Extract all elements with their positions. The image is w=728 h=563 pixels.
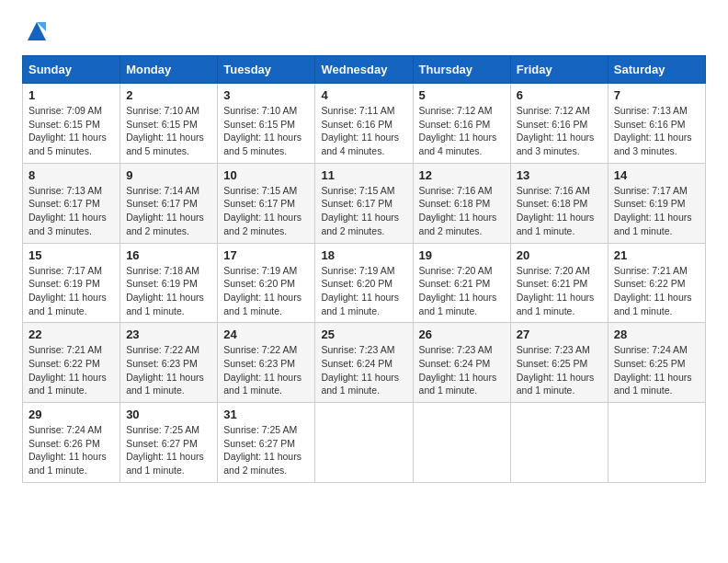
calendar-cell: 28 Sunrise: 7:24 AM Sunset: 6:25 PM Dayl…	[608, 323, 705, 403]
day-info: Sunrise: 7:25 AM Sunset: 6:27 PM Dayligh…	[126, 423, 211, 477]
day-number: 18	[321, 248, 406, 262]
calendar-cell: 17 Sunrise: 7:19 AM Sunset: 6:20 PM Dayl…	[218, 243, 315, 323]
day-info: Sunrise: 7:14 AM Sunset: 6:17 PM Dayligh…	[126, 184, 211, 238]
day-number: 21	[614, 248, 700, 262]
day-number: 9	[126, 168, 211, 182]
day-info: Sunrise: 7:21 AM Sunset: 6:22 PM Dayligh…	[614, 264, 700, 318]
day-number: 10	[223, 168, 309, 182]
day-info: Sunrise: 7:22 AM Sunset: 6:23 PM Dayligh…	[126, 343, 211, 397]
calendar-cell: 4 Sunrise: 7:11 AM Sunset: 6:16 PM Dayli…	[315, 84, 413, 164]
day-number: 1	[28, 88, 114, 102]
calendar-cell: 13 Sunrise: 7:16 AM Sunset: 6:18 PM Dayl…	[510, 163, 608, 243]
calendar-week-2: 8 Sunrise: 7:13 AM Sunset: 6:17 PM Dayli…	[23, 163, 706, 243]
day-number: 31	[223, 408, 309, 421]
day-info: Sunrise: 7:10 AM Sunset: 6:15 PM Dayligh…	[223, 104, 309, 158]
day-number: 29	[28, 408, 114, 421]
calendar-cell: 30 Sunrise: 7:25 AM Sunset: 6:27 PM Dayl…	[120, 403, 218, 483]
day-info: Sunrise: 7:16 AM Sunset: 6:18 PM Dayligh…	[419, 184, 505, 238]
calendar-cell: 29 Sunrise: 7:24 AM Sunset: 6:26 PM Dayl…	[23, 403, 120, 483]
calendar-cell: 2 Sunrise: 7:10 AM Sunset: 6:15 PM Dayli…	[120, 84, 218, 164]
calendar-cell: 1 Sunrise: 7:09 AM Sunset: 6:15 PM Dayli…	[23, 84, 120, 164]
day-number: 25	[321, 327, 406, 341]
dow-header-saturday: Saturday	[608, 56, 705, 84]
day-info: Sunrise: 7:17 AM Sunset: 6:19 PM Dayligh…	[614, 184, 700, 238]
calendar-cell	[608, 403, 705, 483]
day-info: Sunrise: 7:21 AM Sunset: 6:22 PM Dayligh…	[28, 343, 114, 397]
calendar-week-4: 22 Sunrise: 7:21 AM Sunset: 6:22 PM Dayl…	[23, 323, 706, 403]
calendar-cell: 3 Sunrise: 7:10 AM Sunset: 6:15 PM Dayli…	[218, 84, 315, 164]
calendar-cell: 5 Sunrise: 7:12 AM Sunset: 6:16 PM Dayli…	[413, 84, 510, 164]
day-info: Sunrise: 7:20 AM Sunset: 6:21 PM Dayligh…	[419, 264, 505, 318]
day-info: Sunrise: 7:19 AM Sunset: 6:20 PM Dayligh…	[223, 264, 309, 318]
day-info: Sunrise: 7:23 AM Sunset: 6:24 PM Dayligh…	[419, 343, 505, 397]
calendar-cell: 10 Sunrise: 7:15 AM Sunset: 6:17 PM Dayl…	[218, 163, 315, 243]
day-number: 24	[223, 327, 309, 341]
day-number: 26	[419, 327, 505, 341]
calendar-cell: 24 Sunrise: 7:22 AM Sunset: 6:23 PM Dayl…	[218, 323, 315, 403]
day-number: 22	[28, 327, 114, 341]
day-info: Sunrise: 7:12 AM Sunset: 6:16 PM Dayligh…	[517, 104, 602, 158]
day-number: 5	[419, 88, 505, 102]
calendar-cell: 22 Sunrise: 7:21 AM Sunset: 6:22 PM Dayl…	[23, 323, 120, 403]
calendar-cell: 14 Sunrise: 7:17 AM Sunset: 6:19 PM Dayl…	[608, 163, 705, 243]
calendar-cell: 25 Sunrise: 7:23 AM Sunset: 6:24 PM Dayl…	[315, 323, 413, 403]
day-info: Sunrise: 7:23 AM Sunset: 6:25 PM Dayligh…	[517, 343, 602, 397]
calendar-cell: 8 Sunrise: 7:13 AM Sunset: 6:17 PM Dayli…	[23, 163, 120, 243]
calendar-cell: 18 Sunrise: 7:19 AM Sunset: 6:20 PM Dayl…	[315, 243, 413, 323]
calendar-cell: 15 Sunrise: 7:17 AM Sunset: 6:19 PM Dayl…	[23, 243, 120, 323]
day-number: 4	[321, 88, 406, 102]
calendar-cell: 27 Sunrise: 7:23 AM Sunset: 6:25 PM Dayl…	[510, 323, 608, 403]
dow-header-tuesday: Tuesday	[218, 56, 315, 84]
day-info: Sunrise: 7:24 AM Sunset: 6:25 PM Dayligh…	[614, 343, 700, 397]
calendar-table: SundayMondayTuesdayWednesdayThursdayFrid…	[22, 55, 706, 483]
calendar-week-1: 1 Sunrise: 7:09 AM Sunset: 6:15 PM Dayli…	[23, 84, 706, 164]
day-number: 27	[517, 327, 602, 341]
day-info: Sunrise: 7:22 AM Sunset: 6:23 PM Dayligh…	[223, 343, 309, 397]
calendar-cell	[510, 403, 608, 483]
calendar-cell: 31 Sunrise: 7:25 AM Sunset: 6:27 PM Dayl…	[218, 403, 315, 483]
header	[22, 18, 706, 44]
day-number: 3	[223, 88, 309, 102]
calendar-cell	[413, 403, 510, 483]
calendar-cell: 21 Sunrise: 7:21 AM Sunset: 6:22 PM Dayl…	[608, 243, 705, 323]
day-info: Sunrise: 7:11 AM Sunset: 6:16 PM Dayligh…	[321, 104, 406, 158]
day-number: 16	[126, 248, 211, 262]
calendar-cell: 23 Sunrise: 7:22 AM Sunset: 6:23 PM Dayl…	[120, 323, 218, 403]
day-number: 12	[419, 168, 505, 182]
calendar-cell: 12 Sunrise: 7:16 AM Sunset: 6:18 PM Dayl…	[413, 163, 510, 243]
day-info: Sunrise: 7:23 AM Sunset: 6:24 PM Dayligh…	[321, 343, 406, 397]
day-number: 2	[126, 88, 211, 102]
day-number: 19	[419, 248, 505, 262]
day-info: Sunrise: 7:13 AM Sunset: 6:17 PM Dayligh…	[28, 184, 114, 238]
day-number: 7	[614, 88, 700, 102]
dow-header-wednesday: Wednesday	[315, 56, 413, 84]
day-number: 6	[517, 88, 602, 102]
calendar-cell: 11 Sunrise: 7:15 AM Sunset: 6:17 PM Dayl…	[315, 163, 413, 243]
day-info: Sunrise: 7:20 AM Sunset: 6:21 PM Dayligh…	[517, 264, 602, 318]
day-number: 28	[614, 327, 700, 341]
day-info: Sunrise: 7:10 AM Sunset: 6:15 PM Dayligh…	[126, 104, 211, 158]
logo	[22, 18, 50, 44]
day-number: 14	[614, 168, 700, 182]
calendar-week-3: 15 Sunrise: 7:17 AM Sunset: 6:19 PM Dayl…	[23, 243, 706, 323]
day-number: 8	[28, 168, 114, 182]
day-number: 20	[517, 248, 602, 262]
calendar-cell: 7 Sunrise: 7:13 AM Sunset: 6:16 PM Dayli…	[608, 84, 705, 164]
day-number: 23	[126, 327, 211, 341]
calendar-week-5: 29 Sunrise: 7:24 AM Sunset: 6:26 PM Dayl…	[23, 403, 706, 483]
day-info: Sunrise: 7:17 AM Sunset: 6:19 PM Dayligh…	[28, 264, 114, 318]
calendar-cell: 9 Sunrise: 7:14 AM Sunset: 6:17 PM Dayli…	[120, 163, 218, 243]
day-info: Sunrise: 7:13 AM Sunset: 6:16 PM Dayligh…	[614, 104, 700, 158]
dow-header-friday: Friday	[510, 56, 608, 84]
day-info: Sunrise: 7:15 AM Sunset: 6:17 PM Dayligh…	[321, 184, 406, 238]
calendar-cell: 6 Sunrise: 7:12 AM Sunset: 6:16 PM Dayli…	[510, 84, 608, 164]
day-info: Sunrise: 7:16 AM Sunset: 6:18 PM Dayligh…	[517, 184, 602, 238]
calendar-cell: 20 Sunrise: 7:20 AM Sunset: 6:21 PM Dayl…	[510, 243, 608, 323]
day-info: Sunrise: 7:25 AM Sunset: 6:27 PM Dayligh…	[223, 423, 309, 477]
calendar-cell	[315, 403, 413, 483]
dow-header-sunday: Sunday	[23, 56, 120, 84]
calendar-cell: 16 Sunrise: 7:18 AM Sunset: 6:19 PM Dayl…	[120, 243, 218, 323]
day-number: 30	[126, 408, 211, 421]
calendar-cell: 19 Sunrise: 7:20 AM Sunset: 6:21 PM Dayl…	[413, 243, 510, 323]
day-info: Sunrise: 7:15 AM Sunset: 6:17 PM Dayligh…	[223, 184, 309, 238]
